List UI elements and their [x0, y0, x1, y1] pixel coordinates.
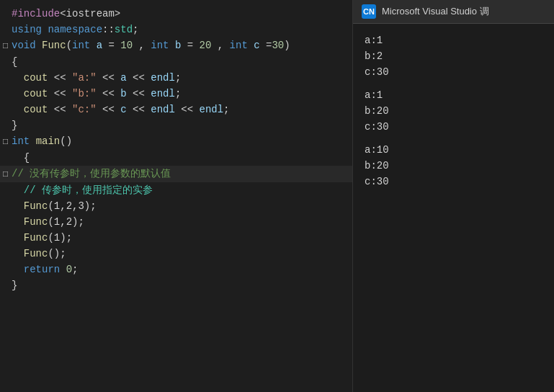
token: , [133, 40, 151, 51]
code-editor[interactable]: #include<iostream>using namespace::std;□… [0, 0, 352, 392]
terminal-line: a:1 [365, 32, 542, 48]
token: "a:" [72, 72, 97, 84]
token: << [48, 72, 72, 84]
code-content: Func(1); [12, 230, 347, 246]
terminal-line: b:20 [365, 103, 542, 119]
token: << [175, 104, 200, 115]
token: endl [151, 88, 175, 99]
code-line: // 传参时，使用指定的实参 [0, 182, 352, 198]
token: a [97, 40, 102, 51]
code-line: { [0, 54, 352, 70]
token [12, 248, 24, 259]
token: :: [102, 24, 115, 35]
token: void [12, 40, 36, 51]
terminal-line: b:20 [365, 158, 542, 174]
token: () [60, 135, 72, 147]
terminal-line: b:2 [365, 48, 542, 64]
terminal-line: a:1 [365, 87, 542, 103]
token: } [12, 120, 17, 131]
token [90, 40, 96, 51]
code-line: □int main() [0, 133, 352, 150]
token: } [12, 280, 17, 291]
token: 30 [272, 40, 284, 51]
token: ) [284, 40, 290, 51]
terminal-line: c:30 [365, 64, 542, 80]
token: << [48, 88, 72, 99]
token: endl [151, 104, 175, 115]
token: = [181, 40, 199, 51]
code-line: Func(); [0, 246, 352, 262]
token: << [97, 88, 121, 99]
line-indicator: □ [3, 166, 12, 182]
token: int [72, 40, 90, 51]
code-line: cout << "b:" << b << endl; [0, 86, 352, 102]
code-content: // 传参时，使用指定的实参 [12, 182, 347, 198]
token [60, 264, 66, 275]
code-content: #include<iostream> [12, 6, 347, 22]
token: b [120, 88, 126, 99]
code-line: cout << "a:" << a << endl; [0, 70, 352, 86]
code-content: cout << "a:" << a << endl; [12, 70, 347, 86]
token: Func [24, 232, 48, 244]
terminal-output-group: a:1b:2c:30 [365, 32, 542, 80]
code-line: Func(1,2); [0, 214, 352, 230]
code-line: □void Func(int a = 10 , int b = 20 , int… [0, 37, 352, 54]
token [12, 232, 24, 244]
token: (1,2,3); [48, 200, 96, 212]
token: using [12, 24, 42, 35]
token: 10 [120, 40, 133, 51]
token: << [127, 104, 151, 115]
code-content: return 0; [12, 262, 347, 277]
token: ; [223, 104, 229, 115]
token: c [254, 40, 259, 51]
token [169, 40, 175, 51]
code-content: Func(1,2); [12, 214, 347, 230]
code-content: { [12, 150, 347, 166]
token: { [12, 56, 17, 68]
token: ; [133, 24, 138, 35]
token [36, 40, 42, 51]
token: Func [24, 248, 48, 259]
token: #include [12, 8, 60, 19]
code-content: cout << "b:" << b << endl; [12, 86, 347, 102]
token [30, 135, 35, 147]
token: (); [48, 248, 66, 259]
code-content: Func(); [12, 246, 347, 262]
token: Func [42, 40, 66, 51]
code-line: cout << "c:" << c << endl << endl; [0, 102, 352, 117]
code-line: □// 没有传参时，使用参数的默认值 [0, 166, 352, 182]
code-content: int main() [12, 133, 347, 149]
terminal-line: a:10 [365, 142, 542, 158]
token [12, 200, 24, 212]
token: cout [12, 72, 48, 84]
terminal-body: a:1b:2c:30a:1b:20c:30a:10b:20c:30 [353, 24, 554, 392]
token: (1,2); [48, 216, 84, 228]
terminal-line: c:30 [365, 174, 542, 190]
token: << [48, 104, 72, 115]
code-line: Func(1,2,3); [0, 198, 352, 214]
token: ( [66, 40, 72, 51]
terminal-header: CN Microsoft Visual Studio 调 [353, 0, 554, 24]
token: std [115, 24, 133, 35]
terminal-panel: CN Microsoft Visual Studio 调 a:1b:2c:30a… [352, 0, 554, 392]
token: ; [72, 264, 78, 275]
terminal-output-group: a:1b:20c:30 [365, 87, 542, 135]
token: , [211, 40, 229, 51]
code-line: using namespace::std; [0, 22, 352, 37]
code-content: void Func(int a = 10 , int b = 20 , int … [12, 37, 347, 53]
code-content: cout << "c:" << c << endl << endl; [12, 102, 347, 117]
code-content: // 没有传参时，使用参数的默认值 [12, 166, 347, 182]
token: endl [199, 104, 223, 115]
token: int [12, 135, 30, 147]
token: (1); [48, 232, 72, 244]
token: "c:" [72, 104, 97, 115]
terminal-icon: CN [362, 4, 376, 19]
token: a [120, 72, 126, 84]
token: endl [151, 72, 175, 84]
terminal-line: c:30 [365, 119, 542, 135]
token [248, 40, 254, 51]
code-content: } [12, 277, 347, 293]
token: int [230, 40, 248, 51]
token: main [36, 135, 61, 147]
token: { [12, 152, 30, 164]
